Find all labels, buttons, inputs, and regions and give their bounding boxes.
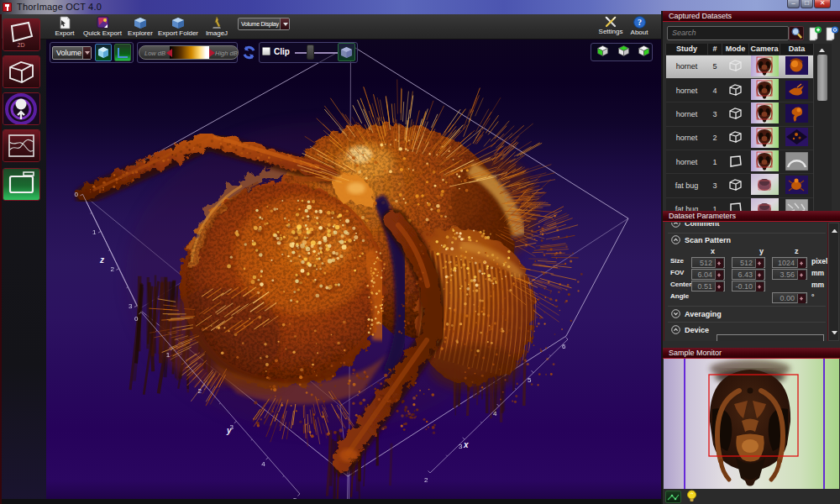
svg-text:2: 2: [424, 476, 428, 484]
svg-text:x: x: [463, 440, 469, 449]
svg-text:2D: 2D: [18, 42, 25, 48]
svg-text:?: ?: [638, 18, 642, 27]
svg-text:5: 5: [528, 376, 532, 384]
svg-text:4: 4: [261, 460, 265, 468]
svg-text:0: 0: [75, 191, 79, 198]
svg-text:1: 1: [92, 228, 97, 236]
svg-text:2: 2: [198, 387, 202, 395]
svg-text:4: 4: [493, 410, 497, 417]
svg-text:y: y: [226, 426, 232, 435]
svg-text:2: 2: [111, 265, 115, 273]
svg-text:1: 1: [166, 351, 171, 359]
svg-text:3: 3: [129, 302, 133, 310]
svg-text:6: 6: [562, 343, 566, 350]
svg-text:0: 0: [134, 315, 139, 323]
svg-text:z: z: [99, 255, 104, 265]
svg-text:3: 3: [459, 443, 463, 450]
